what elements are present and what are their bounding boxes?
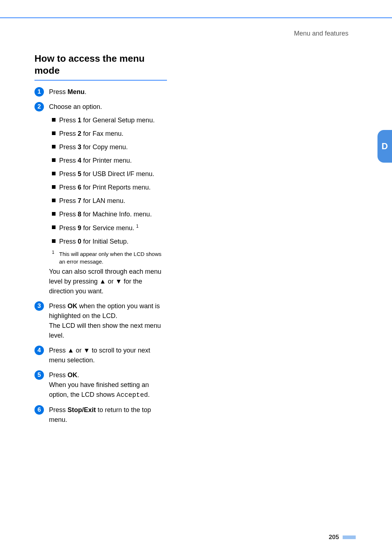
steps-list: 1 Press Menu. 2 Choose an option. Press … (34, 87, 167, 425)
step-3-pre: Press (49, 302, 68, 310)
opt-post: for Initial Setup. (81, 238, 128, 245)
page: Menu and features How to access the menu… (0, 0, 392, 554)
step-4: 4 Press ▲ or ▼ to scroll to your next me… (34, 346, 167, 365)
step-3-extra: The LCD will then show the next menu lev… (49, 322, 161, 339)
step-2-text: Choose an option. (49, 103, 102, 110)
opt-pre: Press (59, 224, 78, 232)
list-item: Press 6 for Print Reports menu. (49, 183, 167, 192)
opt-pre: Press (59, 130, 78, 137)
main-content: How to access the menu mode 1 Press Menu… (34, 53, 167, 430)
opt-pre: Press (59, 211, 78, 218)
step-6-pre: Press (49, 406, 68, 414)
step-1-text: Press Menu. (49, 88, 86, 95)
opt-pre: Press (59, 197, 78, 204)
opt-bold: 4 (78, 157, 81, 164)
opt-pre: Press (59, 143, 78, 151)
square-bullet-icon (52, 225, 56, 229)
page-bar-icon (343, 535, 356, 539)
title-line2: mode (34, 65, 60, 76)
opt-pre: Press (59, 117, 78, 124)
step-2-options: Press 1 for General Setup menu. Press 2 … (49, 115, 167, 247)
opt-post: for General Setup menu. (81, 117, 155, 124)
opt-bold: 2 (78, 130, 81, 137)
list-item: Press 0 for Initial Setup. (49, 237, 167, 247)
opt-post: for Service menu. (81, 224, 134, 232)
opt-post: for USB Direct I/F menu. (81, 170, 154, 178)
step-3-body: Press OK when the option you want is hig… (49, 302, 161, 339)
footnote-text: This will appear only when the LCD shows… (59, 251, 162, 265)
step-number-icon: 3 (34, 301, 44, 311)
step-6-bold: Stop/Exit (68, 406, 96, 414)
opt-post: for Print Reports menu. (81, 184, 151, 191)
square-bullet-icon (52, 131, 56, 135)
step-1-bold: Menu (68, 88, 85, 95)
square-bullet-icon (52, 185, 56, 189)
square-bullet-icon (52, 239, 56, 243)
step-1: 1 Press Menu. (34, 87, 167, 97)
side-tab-letter: D (381, 141, 388, 151)
scroll-note: You can also scroll through each menu le… (49, 267, 167, 296)
title-rule (34, 80, 167, 81)
step-2: 2 Choose an option. Press 1 for General … (34, 102, 167, 296)
square-bullet-icon (52, 158, 56, 162)
list-item: Press 3 for Copy menu. (49, 142, 167, 152)
step-5-extra-post: . (148, 391, 150, 398)
top-rule (0, 17, 392, 18)
square-bullet-icon (52, 118, 56, 122)
square-bullet-icon (52, 145, 56, 148)
step-5-post: . (77, 371, 79, 379)
opt-post: for Printer menu. (81, 157, 132, 164)
step-number-icon: 5 (34, 370, 44, 380)
page-number: 205 (329, 534, 339, 541)
opt-bold: 9 (78, 224, 81, 232)
opt-post: for Machine Info. menu. (81, 211, 152, 218)
step-number-icon: 2 (34, 102, 44, 111)
step-1-pre: Press (49, 88, 68, 95)
step-5-bold: OK (68, 371, 77, 379)
footnote: 1 This will appear only when the LCD sho… (49, 250, 167, 265)
opt-post: for Fax menu. (81, 130, 123, 137)
opt-bold: 1 (78, 117, 81, 124)
opt-post: for LAN menu. (81, 197, 125, 204)
page-number-wrap: 205 (329, 534, 356, 541)
step-3: 3 Press OK when the option you want is h… (34, 301, 167, 341)
list-item: Press 7 for LAN menu. (49, 196, 167, 206)
opt-bold: 3 (78, 143, 81, 151)
side-tab: D (377, 130, 392, 163)
opt-bold: 6 (78, 184, 81, 191)
step-number-icon: 1 (34, 87, 44, 97)
opt-pre: Press (59, 184, 78, 191)
section-title: How to access the menu mode (34, 53, 167, 79)
opt-pre: Press (59, 238, 78, 245)
list-item: Press 2 for Fax menu. (49, 129, 167, 139)
step-number-icon: 4 (34, 346, 44, 355)
square-bullet-icon (52, 199, 56, 202)
list-item: Press 5 for USB Direct I/F menu. (49, 169, 167, 179)
step-number-icon: 6 (34, 405, 44, 415)
step-4-body: Press ▲ or ▼ to scroll to your next menu… (49, 347, 150, 364)
header-context: Menu and features (294, 30, 348, 37)
step-5-extra-code: Accepted (117, 391, 148, 399)
opt-bold: 5 (78, 170, 81, 178)
square-bullet-icon (52, 212, 56, 216)
opt-bold: 0 (78, 238, 81, 245)
step-1-post: . (85, 88, 86, 95)
opt-bold: 8 (78, 211, 81, 218)
footnote-mark: 1 (52, 249, 54, 256)
step-5: 5 Press OK. When you have finished setti… (34, 370, 167, 400)
list-item: Press 9 for Service menu. 1 (49, 223, 167, 233)
list-item: Press 8 for Machine Info. menu. (49, 209, 167, 219)
opt-bold: 7 (78, 197, 81, 204)
step-5-pre: Press (49, 371, 68, 379)
opt-sup: 1 (136, 224, 139, 229)
step-6-body: Press Stop/Exit to return to the top men… (49, 406, 151, 423)
title-line1: How to access the menu (34, 53, 144, 64)
step-5-body: Press OK. When you have finished setting… (49, 371, 150, 398)
list-item: Press 1 for General Setup menu. (49, 115, 167, 125)
step-3-bold: OK (68, 302, 77, 310)
opt-post: for Copy menu. (81, 143, 128, 151)
opt-pre: Press (59, 170, 78, 178)
square-bullet-icon (52, 172, 56, 175)
opt-pre: Press (59, 157, 78, 164)
list-item: Press 4 for Printer menu. (49, 156, 167, 166)
